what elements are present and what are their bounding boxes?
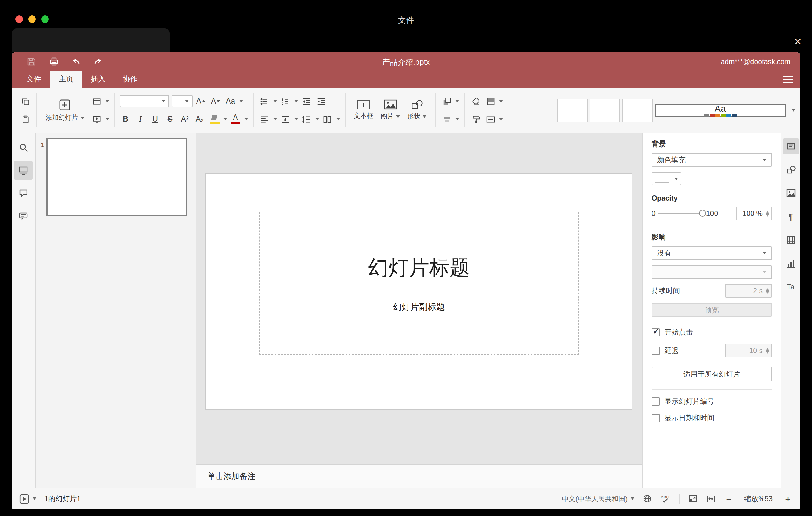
textart-settings-button[interactable]: Ta (783, 279, 799, 295)
insert-textbox-button[interactable]: T 文本框 (350, 91, 377, 129)
menu-icon[interactable] (783, 76, 793, 83)
chevron-down-icon (273, 100, 277, 103)
zoom-in-button[interactable]: + (783, 493, 793, 504)
slide-canvas[interactable]: 幻灯片标题 幻灯片副标题 (206, 174, 632, 409)
duration-input[interactable]: 2 s (725, 284, 772, 297)
delay-input[interactable]: 10 s (725, 344, 772, 357)
horizontal-align-button[interactable] (258, 112, 270, 126)
start-on-click-checkbox[interactable] (651, 328, 660, 336)
print-button[interactable] (46, 55, 61, 68)
insert-image-button[interactable]: 图片 (377, 91, 404, 129)
show-date-time-checkbox[interactable] (651, 414, 660, 422)
preview-button[interactable]: 预览 (651, 303, 772, 317)
undo-button[interactable] (68, 55, 83, 68)
modal-close-button[interactable]: × (790, 33, 806, 49)
theme-option-3[interactable] (622, 98, 653, 122)
show-slide-number-checkbox[interactable] (651, 398, 660, 405)
chart-settings-button[interactable] (783, 256, 799, 271)
theme-option-1[interactable] (557, 98, 588, 122)
title-placeholder[interactable]: 幻灯片标题 (259, 212, 579, 294)
paste-button[interactable] (19, 112, 31, 126)
chevron-down-icon (105, 100, 109, 103)
transition-label: 影响 (651, 233, 772, 242)
subtitle-placeholder[interactable]: 幻灯片副标题 (259, 296, 579, 355)
delay-checkbox[interactable] (651, 347, 660, 354)
highlight-color-button[interactable] (208, 112, 221, 126)
start-slideshow-toolbar-button[interactable] (90, 112, 103, 126)
chevron-down-icon (185, 100, 188, 103)
chevron-down-icon (239, 100, 243, 103)
fit-slide-button[interactable] (688, 494, 698, 504)
fill-type-select[interactable]: 颜色填充 (651, 153, 772, 167)
tab-collaboration[interactable]: 协作 (114, 71, 146, 88)
zoom-out-button[interactable]: − (724, 493, 734, 504)
numbering-button[interactable] (279, 94, 292, 108)
transition-variant-select[interactable] (651, 265, 772, 279)
slide-size-button[interactable] (484, 112, 497, 126)
tab-insert[interactable]: 插入 (82, 71, 114, 88)
table-settings-button[interactable] (783, 232, 799, 248)
paragraph-settings-button[interactable]: ¶ (783, 209, 799, 225)
start-slideshow-button[interactable] (19, 493, 30, 504)
copy-style-button[interactable] (469, 112, 482, 126)
slide-settings-button[interactable] (783, 138, 799, 154)
slide-layout-button[interactable] (90, 94, 103, 108)
superscript-button[interactable]: A² (179, 112, 191, 126)
decrease-indent-button[interactable] (300, 94, 313, 108)
chat-button[interactable] (14, 207, 33, 225)
increase-indent-button[interactable] (315, 94, 327, 108)
arrange-shape-button[interactable] (440, 94, 453, 108)
slide-thumbnail[interactable] (46, 138, 187, 216)
decrease-font-button[interactable]: A (209, 94, 222, 108)
italic-button[interactable]: I (134, 112, 147, 126)
font-color-button[interactable]: A (229, 112, 241, 126)
save-button[interactable] (24, 55, 39, 68)
vertical-align-button[interactable] (279, 112, 292, 126)
image-settings-button[interactable] (783, 185, 799, 201)
theme-preview-label: Aa (715, 104, 726, 113)
shape-icon (411, 99, 423, 110)
image-settings-icon (786, 188, 796, 198)
slider-knob[interactable] (699, 210, 706, 217)
shape-settings-button[interactable] (783, 162, 799, 178)
comments-button[interactable] (14, 184, 33, 202)
font-name-select[interactable] (119, 95, 169, 107)
theme-color-strip (704, 114, 736, 117)
bold-button[interactable]: B (119, 112, 132, 126)
increase-font-button[interactable]: A (195, 94, 207, 108)
font-size-select[interactable] (171, 95, 192, 107)
theme-option-2[interactable] (589, 98, 620, 122)
insert-shape-button[interactable]: 形状 (404, 91, 430, 129)
fit-width-button[interactable] (706, 494, 716, 504)
language-button[interactable]: 中文(中华人民共和国) (562, 494, 634, 503)
color-scheme-button[interactable] (484, 94, 497, 108)
bullets-button[interactable] (258, 94, 270, 108)
theme-option-selected[interactable]: Aa (655, 104, 786, 117)
fill-color-select[interactable] (651, 172, 681, 185)
search-button[interactable] (14, 138, 33, 157)
subscript-button[interactable]: A₂ (194, 112, 206, 126)
tab-file[interactable]: 文件 (18, 71, 50, 88)
tab-home[interactable]: 主页 (50, 71, 82, 88)
opacity-input[interactable]: 100 % (736, 207, 772, 220)
opacity-slider[interactable] (659, 213, 703, 214)
strikethrough-button[interactable]: S (164, 112, 176, 126)
chevron-down-icon (499, 100, 503, 103)
notes-area[interactable]: 单击添加备注 (196, 464, 642, 488)
change-case-button[interactable]: Aa (224, 94, 237, 108)
redo-button[interactable] (91, 55, 106, 68)
underline-button[interactable]: U (149, 112, 161, 126)
add-slide-button[interactable]: 添加幻灯片 (42, 91, 88, 129)
spellcheck-button[interactable]: ABC (660, 494, 671, 504)
columns-button[interactable] (321, 112, 334, 126)
align-shape-button[interactable] (440, 112, 453, 126)
apply-to-all-slides-button[interactable]: 适用于所有幻灯片 (651, 367, 772, 381)
line-spacing-button[interactable] (300, 112, 313, 126)
copy-button[interactable] (19, 94, 31, 108)
transition-select[interactable]: 没有 (651, 246, 772, 260)
clear-style-button[interactable] (469, 94, 482, 108)
slides-panel-button[interactable] (14, 161, 33, 180)
theme-gallery-expand-button[interactable] (790, 98, 796, 122)
document-language-button[interactable] (642, 494, 652, 504)
zoom-level-label[interactable]: 缩放%53 (742, 494, 775, 503)
